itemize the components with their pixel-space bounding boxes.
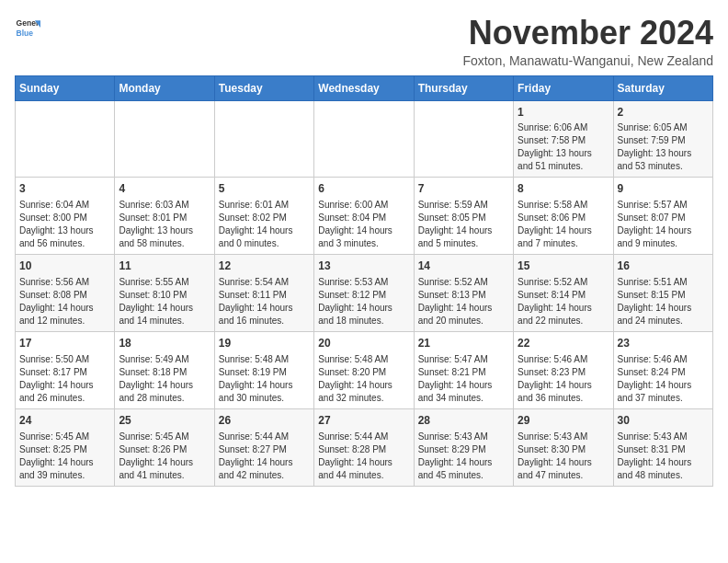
- day-cell: [414, 100, 513, 178]
- day-cell: 14Sunrise: 5:52 AM Sunset: 8:13 PM Dayli…: [414, 255, 513, 332]
- day-number: 11: [119, 259, 210, 274]
- day-cell: 22Sunrise: 5:46 AM Sunset: 8:23 PM Dayli…: [514, 331, 613, 408]
- day-number: 2: [618, 105, 709, 121]
- day-cell: 13Sunrise: 5:53 AM Sunset: 8:12 PM Dayli…: [314, 255, 414, 332]
- day-cell: 18Sunrise: 5:49 AM Sunset: 8:18 PM Dayli…: [115, 331, 214, 408]
- day-number: 29: [518, 413, 609, 429]
- day-number: 30: [618, 413, 709, 429]
- header-row: SundayMondayTuesdayWednesdayThursdayFrid…: [16, 75, 713, 100]
- day-info: Sunrise: 5:50 AM Sunset: 8:17 PM Dayligh…: [19, 354, 94, 403]
- day-cell: 10Sunrise: 5:56 AM Sunset: 8:08 PM Dayli…: [16, 255, 115, 332]
- day-info: Sunrise: 5:48 AM Sunset: 8:20 PM Dayligh…: [318, 354, 392, 403]
- day-info: Sunrise: 5:57 AM Sunset: 8:07 PM Dayligh…: [618, 200, 692, 248]
- day-cell: 20Sunrise: 5:48 AM Sunset: 8:20 PM Dayli…: [314, 331, 414, 408]
- day-info: Sunrise: 5:58 AM Sunset: 8:06 PM Dayligh…: [518, 200, 592, 248]
- day-info: Sunrise: 5:43 AM Sunset: 8:31 PM Dayligh…: [618, 431, 692, 480]
- calendar-body: 1Sunrise: 6:06 AM Sunset: 7:58 PM Daylig…: [16, 100, 713, 486]
- day-cell: 23Sunrise: 5:46 AM Sunset: 8:24 PM Dayli…: [613, 331, 712, 408]
- day-number: 25: [119, 413, 210, 429]
- day-cell: 21Sunrise: 5:47 AM Sunset: 8:21 PM Dayli…: [414, 331, 513, 408]
- day-info: Sunrise: 5:45 AM Sunset: 8:25 PM Dayligh…: [19, 431, 94, 480]
- day-info: Sunrise: 6:04 AM Sunset: 8:00 PM Dayligh…: [19, 200, 94, 248]
- day-number: 24: [19, 413, 110, 429]
- day-info: Sunrise: 5:53 AM Sunset: 8:12 PM Dayligh…: [318, 277, 392, 326]
- week-row-2: 3Sunrise: 6:04 AM Sunset: 8:00 PM Daylig…: [16, 178, 713, 255]
- calendar-header: SundayMondayTuesdayWednesdayThursdayFrid…: [16, 75, 713, 100]
- day-cell: 6Sunrise: 6:00 AM Sunset: 8:04 PM Daylig…: [314, 178, 414, 255]
- day-number: 23: [618, 336, 709, 351]
- day-cell: 16Sunrise: 5:51 AM Sunset: 8:15 PM Dayli…: [613, 255, 712, 332]
- day-cell: [16, 100, 115, 178]
- day-number: 12: [219, 259, 310, 274]
- day-number: 8: [518, 181, 609, 197]
- day-info: Sunrise: 5:44 AM Sunset: 8:27 PM Dayligh…: [219, 431, 293, 480]
- day-number: 27: [318, 413, 409, 429]
- day-cell: 25Sunrise: 5:45 AM Sunset: 8:26 PM Dayli…: [115, 408, 214, 486]
- day-cell: 7Sunrise: 5:59 AM Sunset: 8:05 PM Daylig…: [414, 178, 513, 255]
- day-cell: 28Sunrise: 5:43 AM Sunset: 8:29 PM Dayli…: [414, 408, 513, 486]
- day-number: 4: [119, 181, 210, 197]
- day-cell: 12Sunrise: 5:54 AM Sunset: 8:11 PM Dayli…: [214, 255, 313, 332]
- day-info: Sunrise: 5:55 AM Sunset: 8:10 PM Dayligh…: [119, 277, 193, 326]
- day-number: 10: [19, 259, 110, 274]
- header-cell-thursday: Thursday: [414, 75, 513, 100]
- day-info: Sunrise: 5:49 AM Sunset: 8:18 PM Dayligh…: [119, 354, 193, 403]
- day-info: Sunrise: 6:03 AM Sunset: 8:01 PM Dayligh…: [119, 200, 193, 248]
- week-row-5: 24Sunrise: 5:45 AM Sunset: 8:25 PM Dayli…: [16, 408, 713, 486]
- day-number: 3: [19, 181, 110, 197]
- day-cell: 4Sunrise: 6:03 AM Sunset: 8:01 PM Daylig…: [115, 178, 214, 255]
- day-number: 17: [19, 336, 110, 351]
- day-number: 13: [318, 259, 409, 274]
- day-number: 6: [318, 181, 409, 197]
- page-header: General Blue November 2024 Foxton, Manaw…: [15, 15, 713, 68]
- day-info: Sunrise: 5:59 AM Sunset: 8:05 PM Dayligh…: [418, 200, 493, 248]
- day-cell: 29Sunrise: 5:43 AM Sunset: 8:30 PM Dayli…: [514, 408, 613, 486]
- day-info: Sunrise: 5:43 AM Sunset: 8:29 PM Dayligh…: [418, 431, 493, 480]
- day-number: 28: [418, 413, 509, 429]
- day-info: Sunrise: 5:54 AM Sunset: 8:11 PM Dayligh…: [219, 277, 293, 326]
- day-info: Sunrise: 5:52 AM Sunset: 8:14 PM Dayligh…: [518, 277, 592, 326]
- day-cell: 1Sunrise: 6:06 AM Sunset: 7:58 PM Daylig…: [514, 100, 613, 178]
- day-cell: 2Sunrise: 6:05 AM Sunset: 7:59 PM Daylig…: [613, 100, 712, 178]
- day-cell: 8Sunrise: 5:58 AM Sunset: 8:06 PM Daylig…: [514, 178, 613, 255]
- day-number: 22: [518, 336, 609, 351]
- day-cell: 30Sunrise: 5:43 AM Sunset: 8:31 PM Dayli…: [613, 408, 712, 486]
- day-number: 15: [518, 259, 609, 274]
- day-cell: [214, 100, 313, 178]
- header-cell-friday: Friday: [514, 75, 613, 100]
- day-number: 14: [418, 259, 509, 274]
- day-number: 21: [418, 336, 509, 351]
- day-info: Sunrise: 6:06 AM Sunset: 7:58 PM Dayligh…: [518, 122, 592, 171]
- logo-icon: General Blue: [15, 15, 40, 40]
- day-cell: 9Sunrise: 5:57 AM Sunset: 8:07 PM Daylig…: [613, 178, 712, 255]
- day-info: Sunrise: 5:47 AM Sunset: 8:21 PM Dayligh…: [418, 354, 493, 403]
- calendar-subtitle: Foxton, Manawatu-Wanganui, New Zealand: [462, 53, 713, 68]
- day-cell: [115, 100, 214, 178]
- day-cell: 17Sunrise: 5:50 AM Sunset: 8:17 PM Dayli…: [16, 331, 115, 408]
- day-info: Sunrise: 6:05 AM Sunset: 7:59 PM Dayligh…: [618, 122, 692, 171]
- header-cell-saturday: Saturday: [613, 75, 712, 100]
- day-number: 19: [219, 336, 310, 351]
- svg-text:General: General: [17, 18, 40, 28]
- day-number: 26: [219, 413, 310, 429]
- header-cell-tuesday: Tuesday: [214, 75, 313, 100]
- day-cell: 24Sunrise: 5:45 AM Sunset: 8:25 PM Dayli…: [16, 408, 115, 486]
- week-row-1: 1Sunrise: 6:06 AM Sunset: 7:58 PM Daylig…: [16, 100, 713, 178]
- day-number: 1: [518, 105, 609, 121]
- day-info: Sunrise: 5:56 AM Sunset: 8:08 PM Dayligh…: [19, 277, 94, 326]
- day-cell: 5Sunrise: 6:01 AM Sunset: 8:02 PM Daylig…: [214, 178, 313, 255]
- day-info: Sunrise: 5:45 AM Sunset: 8:26 PM Dayligh…: [119, 431, 193, 480]
- day-number: 5: [219, 181, 310, 197]
- header-cell-wednesday: Wednesday: [314, 75, 414, 100]
- calendar-title: November 2024: [462, 15, 713, 52]
- day-info: Sunrise: 5:52 AM Sunset: 8:13 PM Dayligh…: [418, 277, 493, 326]
- week-row-3: 10Sunrise: 5:56 AM Sunset: 8:08 PM Dayli…: [16, 255, 713, 332]
- day-info: Sunrise: 5:44 AM Sunset: 8:28 PM Dayligh…: [318, 431, 392, 480]
- day-number: 16: [618, 259, 709, 274]
- day-number: 20: [318, 336, 409, 351]
- calendar-table: SundayMondayTuesdayWednesdayThursdayFrid…: [15, 75, 713, 487]
- day-info: Sunrise: 6:00 AM Sunset: 8:04 PM Dayligh…: [318, 200, 392, 248]
- day-cell: 3Sunrise: 6:04 AM Sunset: 8:00 PM Daylig…: [16, 178, 115, 255]
- day-cell: 26Sunrise: 5:44 AM Sunset: 8:27 PM Dayli…: [214, 408, 313, 486]
- day-number: 18: [119, 336, 210, 351]
